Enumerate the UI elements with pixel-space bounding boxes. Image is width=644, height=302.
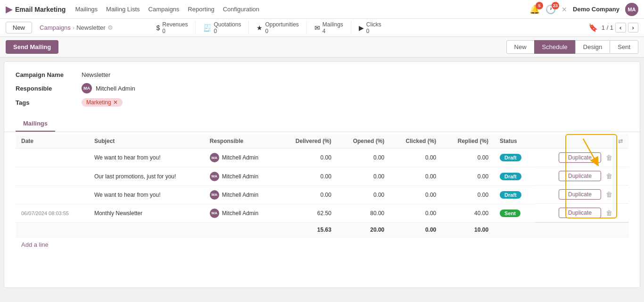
gear-icon[interactable]: ⚙ [107, 24, 113, 31]
tag-marketing[interactable]: Marketing ✕ [82, 98, 123, 107]
delete-button[interactable]: 🗑 [604, 154, 614, 161]
nav-mailings[interactable]: Mailings [75, 6, 98, 13]
stat-clicks[interactable]: ▶ Clicks 0 [351, 21, 389, 34]
tab-design[interactable]: Design [575, 40, 610, 54]
tabs-bar: Mailings [4, 116, 640, 132]
bell-count: 5 [536, 2, 543, 9]
tab-new[interactable]: New [506, 40, 534, 54]
cell-status: Sent [494, 204, 535, 223]
cell-status: Draft [494, 149, 535, 168]
delete-button[interactable]: 🗑 [604, 172, 614, 180]
add-line-button[interactable]: Add a line [16, 237, 54, 252]
cell-clicked: 0.00 [390, 149, 442, 168]
cell-subject: We want to hear from you! [89, 185, 204, 204]
cell-replied: 0.00 [442, 167, 494, 185]
clicks-icon: ▶ [359, 24, 364, 32]
totals-clicked: 0.00 [390, 223, 442, 237]
responsible-row: Responsible MA Mitchell Admin [16, 83, 628, 93]
row-responsible-name: Mitchell Admin [222, 210, 258, 217]
duplicate-button[interactable]: Duplicate [559, 208, 601, 218]
nav-campaigns[interactable]: Campaigns [149, 6, 180, 13]
main-content: Campaign Name Newsletter Responsible MA … [4, 61, 640, 288]
table-row: Our last promotions, just for you! MA Mi… [16, 167, 628, 185]
activities-badge[interactable]: 🕐 23 [545, 4, 556, 15]
cell-date [16, 149, 89, 168]
user-avatar[interactable]: MA [625, 3, 638, 16]
cell-delivered: 0.00 [279, 149, 337, 168]
cell-responsible: MA Mitchell Admin [204, 167, 279, 185]
cell-subject: Our last promotions, just for you! [89, 167, 204, 185]
mailings-tab[interactable]: Mailings [16, 116, 55, 132]
close-icon: ✕ [561, 6, 567, 13]
nav-right: 🔔 5 🕐 23 ✕ Demo Company MA [529, 3, 638, 16]
app-logo[interactable]: ▶ Email Marketing [6, 4, 66, 15]
stat-opportunities[interactable]: ★ Opportunities 0 [248, 21, 306, 34]
status-badge: Sent [500, 210, 520, 217]
cell-actions: Duplicate 🗑 [535, 204, 628, 222]
cell-actions: Duplicate 🗑 [535, 185, 628, 204]
duplicate-button[interactable]: Duplicate [559, 189, 601, 200]
row-responsible-name: Mitchell Admin [222, 173, 258, 180]
pager-next[interactable]: › [628, 23, 638, 33]
mailings-label: Mailings [322, 21, 343, 28]
col-delivered: Delivered (%) [279, 134, 337, 149]
stat-mailings[interactable]: ✉ Mailings 4 [306, 21, 351, 34]
stat-revenues[interactable]: $ Revenues 0 [149, 21, 196, 34]
mailings-value: 4 [322, 28, 343, 34]
totals-date [16, 223, 89, 237]
status-badge: Draft [500, 191, 521, 199]
duplicate-button[interactable]: Duplicate [559, 152, 601, 163]
cell-replied: 40.00 [442, 204, 494, 223]
cell-opened: 0.00 [337, 185, 390, 204]
col-clicked: Clicked (%) [390, 134, 442, 149]
table-wrapper: Date Subject Responsible Delivered (%) O… [4, 134, 640, 252]
cell-opened: 0.00 [337, 149, 390, 168]
delete-button[interactable]: 🗑 [604, 209, 614, 217]
send-mailing-button[interactable]: Send Mailing [6, 40, 58, 54]
col-resizer-icon[interactable]: ⇄ [618, 138, 623, 144]
quotations-value: 0 [214, 28, 241, 34]
tab-sent[interactable]: Sent [610, 40, 638, 54]
nav-mailing-lists[interactable]: Mailing Lists [106, 6, 140, 13]
company-name: Demo Company [573, 6, 619, 13]
quotations-icon: 🧾 [203, 24, 211, 32]
cell-replied: 0.00 [442, 149, 494, 168]
cell-clicked: 0.00 [390, 185, 442, 204]
stat-quotations[interactable]: 🧾 Quotations 0 [195, 21, 248, 34]
table-row: We want to hear from you! MA Mitchell Ad… [16, 149, 628, 168]
nav-reporting[interactable]: Reporting [188, 6, 214, 13]
tag-remove-icon[interactable]: ✕ [113, 99, 118, 106]
cell-subject: Monthly Newsletter [89, 204, 204, 223]
revenues-value: 0 [162, 28, 188, 34]
cell-clicked: 0.00 [390, 167, 442, 185]
cell-date [16, 167, 89, 185]
status-badge: Draft [500, 173, 521, 180]
row-avatar: MA [210, 209, 219, 218]
campaign-name-value: Newsletter [82, 71, 110, 78]
duplicate-button[interactable]: Duplicate [559, 171, 601, 181]
row-avatar: MA [210, 172, 219, 181]
app-name: Email Marketing [15, 6, 66, 13]
campaign-name-label: Campaign Name [16, 71, 82, 78]
breadcrumb-right: 🔖 1 / 1 ‹ › [588, 23, 638, 33]
cell-actions: Duplicate 🗑 [535, 167, 628, 185]
pager-prev[interactable]: ‹ [615, 23, 626, 33]
opportunities-label: Opportunities [265, 21, 298, 28]
bookmark-icon[interactable]: 🔖 [588, 23, 598, 32]
quotations-label: Quotations [214, 21, 241, 28]
cell-responsible: MA Mitchell Admin [204, 149, 279, 168]
breadcrumb: Campaigns › Newsletter ⚙ [40, 24, 113, 31]
new-button[interactable]: New [6, 22, 32, 34]
cell-status: Draft [494, 185, 535, 204]
delete-button[interactable]: 🗑 [604, 191, 614, 198]
totals-responsible [204, 223, 279, 237]
col-responsible: Responsible [204, 134, 279, 149]
nav-configuration[interactable]: Configuration [223, 6, 259, 13]
tab-schedule[interactable]: Schedule [534, 40, 575, 54]
cell-subject: We want to hear from you! [89, 149, 204, 168]
revenues-label: Revenues [162, 21, 188, 28]
col-status: Status [494, 134, 535, 149]
breadcrumb-parent[interactable]: Campaigns [40, 24, 71, 31]
notifications-badge[interactable]: 🔔 5 [529, 4, 540, 15]
cell-actions: Duplicate 🗑 [535, 149, 628, 167]
